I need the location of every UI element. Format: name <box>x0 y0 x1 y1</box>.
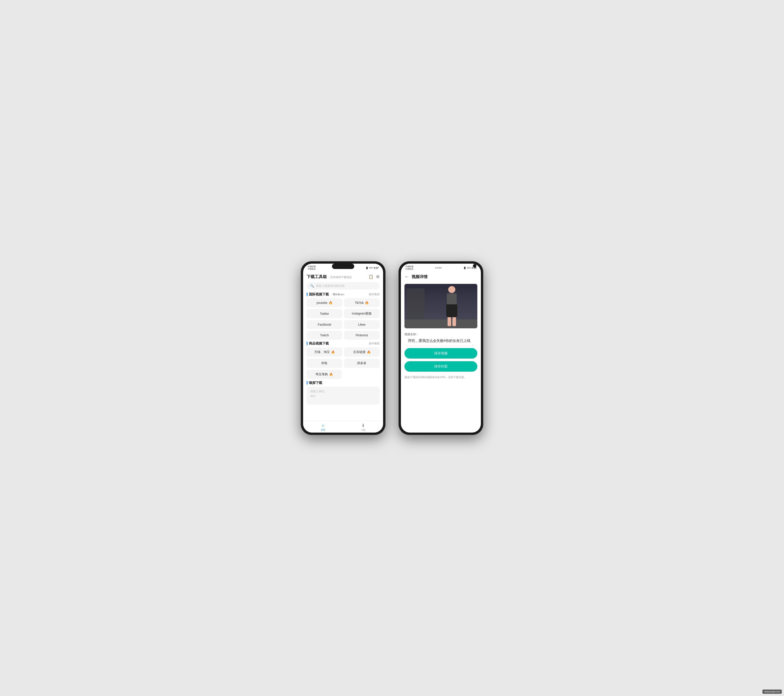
save-cover-button[interactable]: 保存封面 <box>404 361 477 372</box>
likee-label: Likee <box>358 323 365 327</box>
home-label: 首页 <box>321 428 325 432</box>
list-item[interactable]: 考拉海购 🔥 <box>307 369 341 379</box>
app-header: 下载工具箱 - 支持46种下载协议 📋 ⚙ <box>303 271 383 281</box>
section1-header: 国际视频下载 - 需自备vpn 操作教程 <box>307 292 380 297</box>
back-button[interactable]: ← <box>404 274 409 279</box>
phone-1-inner: 中国联通 中国电信 2.3 K/s ▐▌ WiFi 4:57 下载工具箱 - 支… <box>303 264 383 432</box>
p2-status-center: 2.6 M/s <box>435 267 442 269</box>
section1-title: 国际视频下载 - 需自备vpn <box>307 292 344 297</box>
notice-area: 播放/下载国外网站视频请自备VPN，否则下载失败。 <box>401 373 481 382</box>
video-thumb-image <box>404 284 477 328</box>
section3-title-text: 嗅探下载 <box>309 381 322 385</box>
twitch-label: Twitch <box>320 333 329 337</box>
bottom-nav: ⌂ 首页 ⬇ 下载 <box>303 421 383 432</box>
list-item[interactable]: Twitter <box>307 309 342 318</box>
sniffer-example: 例如： <box>310 394 376 397</box>
p2-signal-icon: ▐▌ <box>463 267 466 269</box>
search-placeholder: 请输入链接或功能名称 <box>316 284 345 288</box>
carrier-info-1: 中国联通 中国电信 <box>308 266 316 270</box>
status-right-1: ▐▌ WiFi 4:57 <box>366 267 379 269</box>
save-video-button[interactable]: 保存视频 <box>404 348 477 359</box>
notice-text: 播放/下载国外网站视频请自备VPN，否则下载失败。 <box>404 376 467 379</box>
time-label-1: 4:57 <box>374 267 379 269</box>
carrier-info-2: 中国联通 中国电信 <box>405 266 413 270</box>
section2-link[interactable]: 操作教程 <box>369 341 380 345</box>
xianyu-label: 闲鱼 <box>321 361 328 365</box>
settings-icon[interactable]: ⚙ <box>376 274 380 279</box>
status-bar-2: 中国联通 中国电信 2.6 M/s ▐▌ WiFi 4:58 <box>401 264 481 271</box>
list-item[interactable]: 闲鱼 <box>307 359 342 368</box>
wifi-icon: WiFi <box>369 267 373 269</box>
list-item[interactable]: 京东链接 🔥 <box>344 348 380 357</box>
list-item[interactable]: instagram图集 <box>344 309 380 318</box>
detail-header: ← 视频详情 <box>401 271 481 282</box>
search-icon: 🔍 <box>310 284 314 288</box>
fire-icon-jd: 🔥 <box>367 350 371 354</box>
fire-icon-youtube: 🔥 <box>329 301 333 305</box>
list-item[interactable]: Likee <box>344 320 380 329</box>
list-item[interactable]: TikTok 🔥 <box>344 299 380 307</box>
youtube-label: youtube <box>316 301 328 305</box>
section2-title-text: 商品视频下载 <box>309 341 329 346</box>
list-item[interactable]: 拼多多 <box>344 359 380 368</box>
pinterest-label: Pinterest <box>356 333 368 337</box>
fire-icon-taobao: 🔥 <box>331 350 335 354</box>
nav-home[interactable]: ⌂ 首页 <box>303 423 343 432</box>
person-skirt <box>446 304 457 317</box>
save-cover-label: 保存封面 <box>434 364 448 368</box>
nav-download[interactable]: ⬇ 下载 <box>343 423 383 432</box>
list-item[interactable]: Fackbook <box>307 320 342 329</box>
product-grid: 天猫、淘宝 🔥 京东链接 🔥 闲鱼 拼多多 <box>307 348 380 368</box>
list-item[interactable]: 天猫、淘宝 🔥 <box>307 348 342 357</box>
product-single-row: 考拉海购 🔥 <box>307 369 380 379</box>
search-bar[interactable]: 🔍 请输入链接或功能名称 <box>307 282 380 290</box>
sniffer-example-text: 例如： <box>310 394 318 397</box>
camera-hole <box>473 264 476 268</box>
section2-title: 商品视频下载 <box>307 341 329 346</box>
p2-carrier1: 中国联通 <box>405 266 413 268</box>
app-subtitle: - 支持46种下载协议 <box>328 275 352 279</box>
person-head <box>448 286 455 293</box>
thumb-ground <box>404 320 477 328</box>
product-section: 商品视频下载 操作教程 天猫、淘宝 🔥 京东链接 🔥 <box>303 341 383 379</box>
download-icon: ⬇ <box>361 423 365 428</box>
instagram-label: instagram图集 <box>352 312 372 316</box>
list-item[interactable]: Twitch <box>307 331 342 340</box>
international-grid: youtube 🔥 TikTok 🔥 Twitter instagram图集 <box>307 299 380 340</box>
list-item[interactable]: youtube 🔥 <box>307 299 342 307</box>
video-name: 拜托，爱我怎么会失败#你的女友已上线 <box>404 337 477 346</box>
video-label: 视频名称： <box>401 330 481 337</box>
phone-2: 中国联通 中国电信 2.6 M/s ▐▌ WiFi 4:58 ← 视频详情 <box>399 261 483 435</box>
app-title: 下载工具箱 <box>307 275 327 279</box>
carrier2-label: 中国电信 <box>308 268 316 270</box>
section1-subtitle: - 需自备vpn <box>331 293 344 296</box>
p2-carrier2: 中国电信 <box>405 268 413 270</box>
sniffer-input-area: 请输入网址 例如： <box>307 387 380 404</box>
fire-icon-tiktok: 🔥 <box>365 301 369 305</box>
title-area: 下载工具箱 - 支持46种下载协议 <box>307 274 352 279</box>
p2-speed: 2.6 M/s <box>435 267 442 269</box>
section3-header: 嗅探下载 <box>307 381 380 385</box>
title-accent-3 <box>307 381 308 384</box>
title-accent-2 <box>307 341 308 345</box>
watermark: www.tcsqw.com <box>763 689 782 694</box>
edit-icon[interactable]: 📋 <box>369 274 373 279</box>
section3-title: 嗅探下载 <box>307 381 322 385</box>
person-figure <box>444 286 460 326</box>
page-wrapper: 中国联通 中国电信 2.3 K/s ▐▌ WiFi 4:57 下载工具箱 - 支… <box>301 261 483 435</box>
camera-notch <box>332 264 354 269</box>
leg-left <box>448 317 451 326</box>
video-thumbnail <box>404 284 477 328</box>
section1-link[interactable]: 操作教程 <box>369 292 380 296</box>
video-name-label: 视频名称： <box>404 333 419 336</box>
taobao-label: 天猫、淘宝 <box>314 350 330 354</box>
jd-label: 京东链接 <box>353 350 366 354</box>
fire-icon-kaola: 🔥 <box>329 373 333 376</box>
sniffer-placeholder: 请输入网址 <box>310 389 324 393</box>
section1-title-text: 国际视频下载 <box>309 292 329 297</box>
carrier1-label: 中国联通 <box>308 266 316 268</box>
facebook-label: Fackbook <box>318 323 331 327</box>
person-torso <box>447 294 457 304</box>
list-item[interactable]: Pinterest <box>344 331 380 340</box>
sniffer-section: 嗅探下载 请输入网址 例如： <box>303 381 383 404</box>
